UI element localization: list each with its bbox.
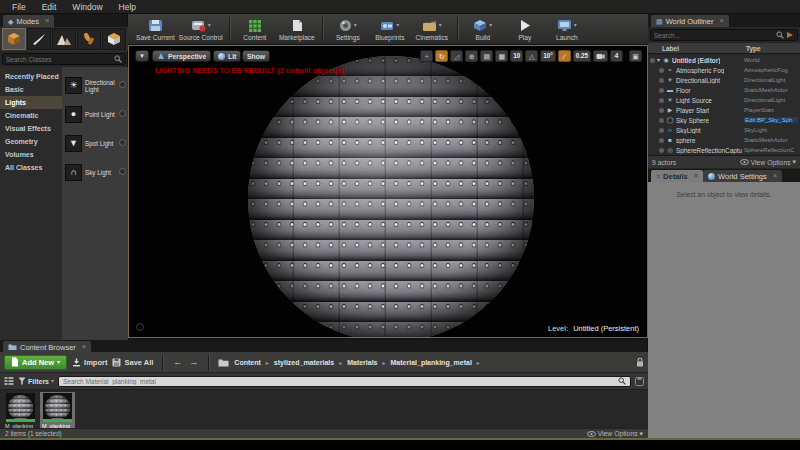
perspective-button[interactable]: Perspective: [152, 50, 211, 62]
breadcrumb-materials[interactable]: Materials: [347, 359, 377, 366]
outliner-view-options-button[interactable]: View Options ▾: [740, 158, 796, 166]
visibility-eye-icon[interactable]: [659, 148, 664, 153]
mode-landscape-button[interactable]: [52, 28, 76, 50]
blueprints-button[interactable]: ▾ Blueprints: [369, 15, 411, 44]
close-icon[interactable]: ×: [45, 17, 49, 25]
drag-handle[interactable]: [119, 81, 126, 88]
viewport-stats-icon[interactable]: [136, 323, 144, 331]
forward-button[interactable]: →: [188, 358, 199, 367]
outliner-row-sky-sphere[interactable]: ◯ Sky Sphere Edit BP_Sky_Sph: [648, 115, 800, 125]
drag-handle[interactable]: [119, 139, 126, 146]
outliner-row-atmospheric-fog[interactable]: ≈ Atmospheric Fog AtmosphericFog: [648, 65, 800, 75]
source-control-button[interactable]: ▾ Source Control: [177, 15, 225, 44]
tab-modes[interactable]: ◆ Modes ×: [3, 15, 54, 27]
visibility-eye-icon[interactable]: [659, 138, 664, 143]
add-new-button[interactable]: Add New ▾: [4, 355, 67, 370]
build-button[interactable]: ▾ Build: [462, 15, 504, 44]
sources-panel-icon[interactable]: [4, 376, 14, 386]
outliner-row-skylight[interactable]: ∩ SkyLight SkyLight: [648, 125, 800, 135]
marketplace-button[interactable]: Marketplace: [276, 15, 318, 44]
column-type[interactable]: Type: [746, 45, 800, 52]
menu-file[interactable]: File: [4, 2, 34, 12]
show-menu-button[interactable]: Show: [242, 50, 270, 62]
tab-world-settings[interactable]: World Settings ×: [703, 170, 782, 182]
settings-button[interactable]: ▾ Settings: [327, 15, 369, 44]
outliner-row-directionallight[interactable]: ☀ DirectionalLight DirectionalLight: [648, 75, 800, 85]
cinematics-button[interactable]: ▾ Cinematics: [411, 15, 453, 44]
edit-blueprint-link[interactable]: Edit BP_Sky_Sph: [744, 117, 798, 123]
category-visual-effects[interactable]: Visual Effects: [0, 122, 62, 135]
tab-details[interactable]: ≡ Details ×: [651, 170, 703, 182]
menu-window[interactable]: Window: [64, 2, 110, 12]
outliner-search-input[interactable]: [654, 32, 774, 39]
angle-snap-value[interactable]: 10°: [540, 50, 556, 62]
category-lights[interactable]: Lights: [0, 96, 62, 109]
close-icon[interactable]: ×: [694, 172, 698, 180]
angle-snap-button[interactable]: △: [525, 50, 538, 62]
rotate-tool-button[interactable]: ↻: [435, 50, 448, 62]
breadcrumb-material-planking-metal[interactable]: Material_planking_metal: [391, 359, 472, 366]
lit-mode-button[interactable]: Lit: [213, 50, 241, 62]
mode-place-button[interactable]: [2, 28, 26, 50]
scale-snap-value[interactable]: 0.25: [573, 50, 591, 62]
save-all-button[interactable]: Save All: [112, 358, 153, 367]
mode-foliage-button[interactable]: [77, 28, 101, 50]
close-icon[interactable]: ×: [82, 343, 86, 351]
tab-world-outliner[interactable]: ▤ World Outliner ×: [651, 15, 729, 27]
launch-button[interactable]: ▾ Launch: [546, 15, 588, 44]
save-current-button[interactable]: Save Current: [134, 15, 177, 44]
item-sky-light[interactable]: ∩ Sky Light: [62, 158, 128, 187]
world-local-toggle[interactable]: ⊕: [465, 50, 478, 62]
import-button[interactable]: Import: [72, 358, 107, 367]
category-basic[interactable]: Basic: [0, 83, 62, 96]
close-icon[interactable]: ×: [773, 172, 777, 180]
outliner-row-sphere-reflection-capture[interactable]: ◎ SphereReflectionCapture SphereReflecti…: [648, 145, 800, 155]
column-label[interactable]: Label: [648, 45, 746, 52]
planking-metal-sphere-mesh[interactable]: [248, 56, 534, 338]
visibility-eye-icon[interactable]: [659, 118, 664, 123]
expand-arrow-icon[interactable]: ▾: [657, 57, 660, 63]
search-classes-input[interactable]: [6, 56, 112, 63]
camera-speed-button[interactable]: [593, 50, 608, 62]
outliner-row-light-source[interactable]: ☀ Light Source DirectionalLight: [648, 95, 800, 105]
item-directional-light[interactable]: ☀ Directional Light: [62, 71, 128, 100]
viewport-options-button[interactable]: ▾: [135, 50, 149, 62]
scale-tool-button[interactable]: ◿: [450, 50, 463, 62]
visibility-eye-icon[interactable]: [659, 88, 664, 93]
category-all-classes[interactable]: All Classes: [0, 161, 62, 174]
visibility-eye-icon[interactable]: [650, 58, 655, 63]
drag-handle[interactable]: [119, 110, 126, 117]
content-button[interactable]: Content: [234, 15, 276, 44]
translate-tool-button[interactable]: +: [420, 50, 433, 62]
back-button[interactable]: ←: [172, 358, 183, 367]
asset-search-input[interactable]: [63, 378, 615, 385]
drag-handle[interactable]: [119, 168, 126, 175]
mode-geometry-button[interactable]: [102, 28, 126, 50]
save-search-icon[interactable]: [635, 377, 644, 386]
scale-snap-button[interactable]: ∕: [558, 50, 571, 62]
visibility-eye-icon[interactable]: [659, 98, 664, 103]
outliner-row-world[interactable]: ▾ ◉ Untitled (Editor) World: [648, 55, 800, 65]
level-viewport[interactable]: ▾ Perspective Lit Show LIGHTING NEEDS TO…: [128, 45, 648, 338]
breadcrumb-content[interactable]: Content: [234, 359, 260, 366]
item-spot-light[interactable]: ▼ Spot Light: [62, 129, 128, 158]
category-cinematic[interactable]: Cinematic: [0, 109, 62, 122]
visibility-eye-icon[interactable]: [659, 128, 664, 133]
visibility-eye-icon[interactable]: [659, 68, 664, 73]
play-button[interactable]: Play: [504, 15, 546, 44]
outliner-row-sphere[interactable]: ■ sphere StaticMeshActor: [648, 135, 800, 145]
surface-snap-button[interactable]: ▤: [480, 50, 493, 62]
item-point-light[interactable]: ● Point Light: [62, 100, 128, 129]
mode-paint-button[interactable]: [27, 28, 51, 50]
menu-help[interactable]: Help: [111, 2, 144, 12]
menu-edit[interactable]: Edit: [34, 2, 65, 12]
filters-button[interactable]: Filters ▾: [18, 377, 54, 385]
grid-snap-value[interactable]: 10: [510, 50, 523, 62]
camera-speed-value[interactable]: 4: [610, 50, 623, 62]
category-volumes[interactable]: Volumes: [0, 148, 62, 161]
close-icon[interactable]: ×: [719, 17, 723, 25]
category-geometry[interactable]: Geometry: [0, 135, 62, 148]
lock-icon[interactable]: [636, 357, 644, 367]
breadcrumb-stylized-materials[interactable]: stylized_materials: [274, 359, 334, 366]
search-options-icon[interactable]: [786, 31, 794, 39]
